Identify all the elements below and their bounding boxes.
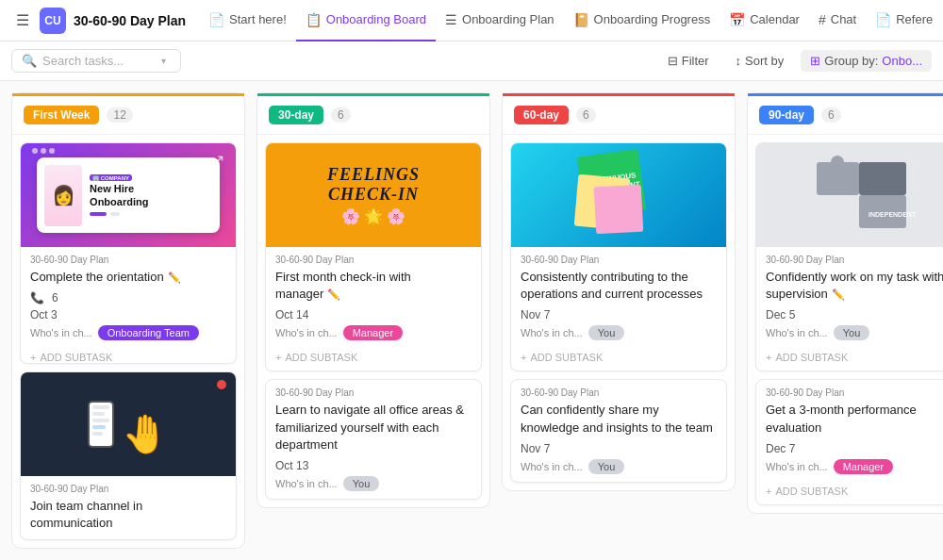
calendar-icon: 📅	[729, 12, 745, 27]
chevron-down-icon: ▾	[161, 56, 166, 66]
card[interactable]: 👩 🏢 COMPANY New HireOnboarding ↗ 30-60-9…	[20, 142, 237, 364]
who-label: Who's in ch...	[766, 461, 828, 472]
group-by-button[interactable]: ⊞ Group by: Onbo...	[801, 50, 932, 72]
tab-calendar-label: Calendar	[750, 12, 800, 26]
tab-chat[interactable]: # Chat	[809, 0, 866, 41]
card-title: Complete the orientation✏️	[30, 269, 226, 286]
card-meta: 30-60-90 Day Plan	[30, 484, 226, 494]
who-row: Who's in ch... You	[521, 459, 717, 474]
tab-progress[interactable]: 📔 Onboarding Progress	[564, 0, 720, 41]
card-meta: 30-60-90 Day Plan	[766, 387, 943, 398]
card-image-continuous: CONTINUOUSIMPROVEMENT	[511, 143, 726, 247]
column-60-day: 60-day6 CONTINUOUSIMPROVEMENT 30-60-90 D…	[502, 92, 736, 491]
tab-plan[interactable]: ☰ Onboarding Plan	[436, 0, 564, 41]
card-title: Can confidently share my knowledge and i…	[521, 402, 717, 436]
board-icon: 📋	[306, 12, 322, 27]
card[interactable]: 30-60-90 Day Plan Get a 3-month performa…	[755, 379, 943, 504]
col-badge-first-week: First Week	[24, 106, 99, 124]
tab-references[interactable]: 📄 References	[866, 0, 934, 41]
plus-icon: +	[30, 352, 36, 363]
edit-icon[interactable]: ✏️	[168, 272, 181, 283]
plus-icon: +	[521, 352, 526, 363]
tab-calendar[interactable]: 📅 Calendar	[720, 0, 809, 41]
who-label: Who's in ch...	[521, 461, 583, 472]
card-image-channel: 🤚	[21, 372, 236, 476]
tab-start-label: Start here!	[229, 12, 287, 26]
top-nav: ☰ CU 30-60-90 Day Plan 📄 Start here! 📋 O…	[0, 0, 943, 41]
tag: Manager	[834, 459, 893, 474]
tag: You	[588, 459, 625, 474]
col-badge-30-day: 30-day	[269, 106, 323, 124]
card-date: Oct 3	[30, 308, 226, 321]
tab-start[interactable]: 📄 Start here!	[199, 0, 296, 41]
card-date: Nov 7	[521, 308, 717, 321]
card-date: Nov 7	[521, 442, 717, 455]
search-icon: 🔍	[22, 54, 37, 68]
sort-label: Sort by	[745, 54, 784, 68]
who-row: Who's in ch... Manager	[766, 459, 943, 474]
card-date: Oct 13	[275, 459, 472, 472]
who-label: Who's in ch...	[521, 327, 583, 338]
card[interactable]: CONTINUOUSIMPROVEMENT 30-60-90 Day Plan …	[510, 142, 727, 371]
add-subtask-button[interactable]: + ADD SUBTASK	[266, 348, 481, 371]
add-subtask-button[interactable]: + ADD SUBTASK	[21, 348, 236, 364]
card-body: 30-60-90 Day Plan Join team channel in c…	[21, 476, 236, 540]
search-input[interactable]	[42, 54, 156, 68]
column-header-90-day: 90-day6	[748, 93, 943, 135]
filter-label: Filter	[682, 54, 709, 68]
toolbar: 🔍 ▾ ⊟ Filter ↕ Sort by ⊞ Group by: Onbo.…	[0, 41, 943, 81]
tag: You	[834, 325, 870, 340]
plan-icon: ☰	[445, 12, 457, 27]
card[interactable]: FEELINGSCHECK-IN 🌸 🌟 🌸 30-60-90 Day Plan…	[265, 142, 482, 371]
card-body: 30-60-90 Day Plan Consistently contribut…	[511, 247, 726, 348]
page-title: 30-60-90 Day Plan	[74, 13, 186, 28]
card-date: Dec 5	[766, 308, 943, 321]
search-box[interactable]: 🔍 ▾	[11, 49, 181, 73]
card-body: 30-60-90 Day Plan Can confidently share …	[511, 380, 726, 481]
tab-chat-label: Chat	[831, 12, 856, 26]
who-label: Who's in ch...	[766, 327, 828, 338]
chat-icon: #	[819, 12, 826, 27]
card-title: Consistently contributing to the operati…	[521, 269, 717, 303]
tab-plan-label: Onboarding Plan	[462, 12, 554, 26]
add-subtask-button[interactable]: + ADD SUBTASK	[756, 348, 943, 371]
tab-board-label: Onboarding Board	[326, 12, 426, 26]
card-meta: 30-60-90 Day Plan	[275, 255, 472, 265]
card-image-feelings: FEELINGSCHECK-IN 🌸 🌟 🌸	[266, 143, 481, 247]
group-icon: ⊞	[810, 54, 820, 68]
card-title: Join team channel in communication	[30, 498, 226, 532]
add-subtask-button[interactable]: + ADD SUBTASK	[756, 482, 943, 504]
plus-icon: +	[766, 486, 771, 497]
tag: You	[588, 325, 625, 340]
column-header-first-week: First Week12	[12, 93, 244, 135]
app-logo: CU	[40, 8, 66, 34]
card-meta: 30-60-90 Day Plan	[275, 387, 472, 398]
tab-board[interactable]: 📋 Onboarding Board	[296, 0, 436, 41]
card[interactable]: 🤚 30-60-90 Day Plan Join team channel in…	[20, 371, 237, 540]
add-subtask-button[interactable]: + ADD SUBTASK	[511, 348, 726, 371]
col-badge-90-day: 90-day	[759, 106, 814, 124]
who-label: Who's in ch...	[275, 327, 338, 338]
card[interactable]: INDEPENDENT 30-60-90 Day Plan Confidentl…	[755, 142, 943, 371]
plus-icon: +	[275, 352, 281, 363]
card[interactable]: 30-60-90 Day Plan Can confidently share …	[510, 379, 727, 482]
edit-icon[interactable]: ✏️	[832, 288, 845, 300]
card-meta: 30-60-90 Day Plan	[521, 387, 717, 398]
hamburger-menu[interactable]: ☰	[9, 8, 36, 34]
card-title: Get a 3-month performance evaluation	[766, 402, 943, 436]
who-row: Who's in ch... Manager	[275, 325, 472, 340]
edit-icon[interactable]: ✏️	[327, 288, 340, 300]
who-row: Who's in ch... You	[521, 325, 717, 340]
column-body-90-day: INDEPENDENT 30-60-90 Day Plan Confidentl…	[748, 135, 943, 513]
card[interactable]: 30-60-90 Day Plan Learn to navigate all …	[265, 379, 482, 500]
card-body: 30-60-90 Day Plan Complete the orientati…	[21, 247, 236, 348]
filter-button[interactable]: ⊟ Filter	[658, 50, 719, 72]
card-date: Oct 14	[275, 308, 472, 321]
nav-tabs: 📄 Start here! 📋 Onboarding Board ☰ Onboa…	[199, 0, 934, 41]
column-body-30-day: FEELINGSCHECK-IN 🌸 🌟 🌸 30-60-90 Day Plan…	[257, 135, 489, 507]
card-date: Dec 7	[766, 442, 943, 455]
column-first-week: First Week12 👩 🏢 COMPANY New HireOnboard…	[11, 92, 245, 549]
card-title: Confidently work on my task with no supe…	[766, 269, 943, 303]
sort-button[interactable]: ↕ Sort by	[726, 50, 794, 72]
card-body: 30-60-90 Day Plan First month check-in w…	[266, 247, 481, 348]
